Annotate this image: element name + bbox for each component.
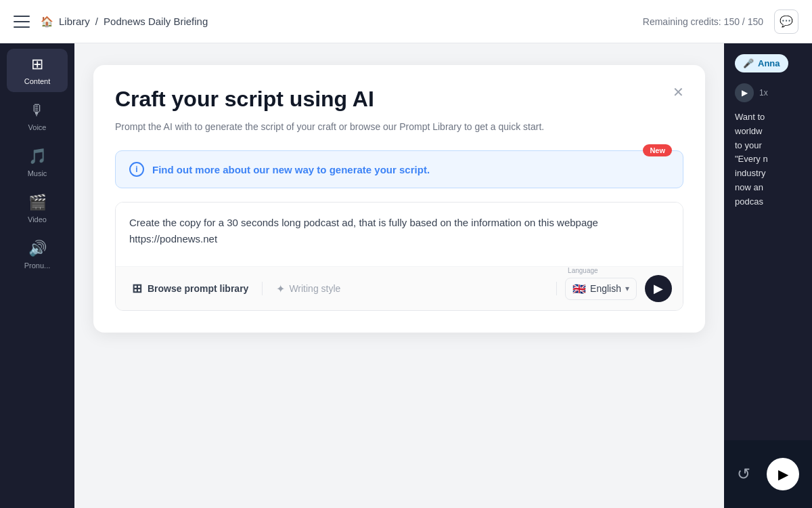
topbar: 🏠 Library / Podnews Daily Briefing Remai… [0, 0, 812, 43]
topbar-right: Remaining credits: 150 / 150 💬 [643, 9, 798, 34]
flag-icon: 🇬🇧 [572, 282, 586, 295]
prompt-toolbar: ⊞ Browse prompt library ✦ Writing style … [116, 266, 683, 310]
modal-title: Craft your script using AI [115, 87, 683, 112]
playback-speed: 1x [759, 88, 768, 98]
hamburger-line-3 [14, 26, 30, 28]
home-icon[interactable]: 🏠 [41, 16, 53, 28]
hamburger-line-1 [14, 16, 30, 17]
topbar-left: 🏠 Library / Podnews Daily Briefing [14, 14, 208, 30]
language-container: Language 🇬🇧 English ▾ [565, 278, 637, 300]
modal-subtitle: Prompt the AI with to generate the scrip… [115, 120, 683, 134]
browse-prompt-library-button[interactable]: ⊞ Browse prompt library [127, 277, 254, 300]
preview-line-1: Want to [735, 110, 801, 125]
send-prompt-button[interactable]: ▶ [645, 275, 672, 302]
new-way-banner-text: Find out more about our new way to gener… [152, 164, 430, 175]
main-layout: ⊞ Content 🎙 Voice 🎵 Music 🎬 Video 🔊 Pron… [0, 43, 812, 508]
main-play-button[interactable]: ▶ [767, 458, 799, 490]
library-link[interactable]: Library [59, 16, 90, 27]
preview-line-3: to your [735, 139, 801, 153]
credits-display: Remaining credits: 150 / 150 [643, 16, 763, 27]
modal-close-button[interactable]: ✕ [667, 81, 689, 103]
prompt-container: ⊞ Browse prompt library ✦ Writing style … [115, 202, 683, 311]
toolbar-divider-2 [556, 282, 557, 295]
language-name: English [590, 283, 621, 294]
preview-line-5: industry [735, 167, 801, 181]
writing-style-button[interactable]: ✦ Writing style [271, 278, 548, 299]
content-area: ✕ Craft your script using AI Prompt the … [74, 43, 812, 508]
ai-script-modal: ✕ Craft your script using AI Prompt the … [93, 65, 705, 333]
browse-grid-icon: ⊞ [132, 281, 142, 296]
new-badge: New [643, 144, 672, 156]
sidebar: ⊞ Content 🎙 Voice 🎵 Music 🎬 Video 🔊 Pron… [0, 43, 74, 508]
info-icon: i [129, 162, 144, 177]
preview-line-2: worldw [735, 125, 801, 139]
right-panel-top: 🎤 Anna [724, 43, 812, 83]
sidebar-item-music[interactable]: 🎵 Music [7, 141, 68, 184]
sidebar-item-video[interactable]: 🎬 Video [7, 187, 68, 230]
anna-voice-badge: 🎤 Anna [735, 54, 788, 72]
mini-play-button[interactable]: ▶ [735, 83, 754, 102]
prompt-textarea[interactable] [116, 203, 683, 263]
video-icon: 🎬 [28, 194, 47, 211]
sidebar-label-music: Music [28, 169, 47, 177]
language-select-button[interactable]: 🇬🇧 English ▾ [565, 278, 637, 300]
right-panel: 🎤 Anna ▶ 1x Want to worldw to your "Ever… [724, 43, 812, 508]
language-label: Language [568, 267, 598, 274]
breadcrumb-separator: / [95, 16, 98, 27]
preview-line-6: now an [735, 181, 801, 195]
wand-icon: ✦ [276, 282, 285, 295]
writing-style-label: Writing style [289, 283, 340, 294]
preview-text: Want to worldw to your "Every n industry… [724, 102, 812, 217]
audio-controls: ▶ 1x [724, 83, 812, 102]
replay-button[interactable]: ↺ [737, 465, 750, 484]
anna-mic-icon: 🎤 [743, 58, 754, 68]
hamburger-menu-button[interactable] [14, 14, 30, 30]
modal-panel: ✕ Craft your script using AI Prompt the … [74, 43, 724, 508]
chevron-down-icon: ▾ [625, 284, 629, 293]
music-icon: 🎵 [28, 148, 47, 165]
sidebar-label-video: Video [28, 215, 47, 224]
send-icon: ▶ [654, 281, 663, 296]
breadcrumb: 🏠 Library / Podnews Daily Briefing [41, 16, 208, 28]
project-name[interactable]: Podnews Daily Briefing [104, 16, 208, 27]
anna-name: Anna [758, 58, 780, 68]
sidebar-item-content[interactable]: ⊞ Content [7, 49, 68, 92]
sidebar-label-pronunciation: Pronu... [24, 261, 51, 270]
voice-icon: 🎙 [30, 102, 45, 119]
preview-line-4: "Every n [735, 152, 801, 167]
playback-controls: ↺ ▶ [724, 440, 812, 508]
sidebar-item-pronunciation[interactable]: 🔊 Pronu... [7, 233, 68, 276]
chat-button[interactable]: 💬 [774, 9, 798, 34]
pronunciation-icon: 🔊 [28, 240, 47, 257]
toolbar-divider-1 [262, 282, 263, 295]
hamburger-line-2 [14, 21, 30, 22]
sidebar-label-voice: Voice [28, 123, 47, 131]
browse-prompt-label: Browse prompt library [148, 283, 248, 294]
preview-line-7: podcas [735, 195, 801, 209]
new-way-banner[interactable]: New i Find out more about our new way to… [115, 150, 683, 188]
content-icon: ⊞ [31, 56, 43, 73]
sidebar-label-content: Content [24, 77, 51, 85]
sidebar-item-voice[interactable]: 🎙 Voice [7, 95, 68, 138]
